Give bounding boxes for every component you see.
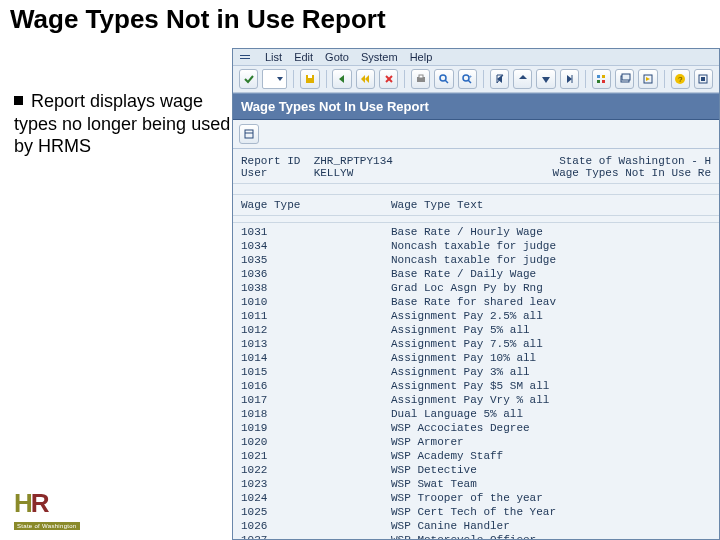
cell-wage-type: 1017 — [241, 393, 391, 407]
table-row[interactable]: 1036Base Rate / Daily Wage — [241, 267, 711, 281]
table-row[interactable]: 1022WSP Detective — [241, 463, 711, 477]
cell-wage-type-text: Base Rate / Daily Wage — [391, 267, 711, 281]
report-rows: 1031Base Rate / Hourly Wage1034Noncash t… — [233, 223, 719, 540]
menu-goto[interactable]: Goto — [325, 51, 349, 63]
logo-r: R — [31, 488, 48, 518]
customize-button[interactable] — [694, 69, 713, 89]
table-row[interactable]: 1019WSP Accociates Degree — [241, 421, 711, 435]
table-row[interactable]: 1024WSP Trooper of the year — [241, 491, 711, 505]
cell-wage-type-text: WSP Motorcycle Officer — [391, 533, 711, 540]
svg-rect-26 — [602, 80, 605, 83]
cell-wage-type: 1031 — [241, 225, 391, 239]
cell-wage-type: 1026 — [241, 519, 391, 533]
column-headers: Wage Type Wage Type Text — [233, 195, 719, 216]
cell-wage-type: 1021 — [241, 449, 391, 463]
last-page-button[interactable] — [560, 69, 579, 89]
prev-page-button[interactable] — [513, 69, 532, 89]
svg-marker-20 — [542, 77, 550, 83]
cell-wage-type-text: WSP Cert Tech of the Year — [391, 505, 711, 519]
menu-system[interactable]: System — [361, 51, 398, 63]
svg-rect-11 — [419, 75, 423, 78]
table-row[interactable]: 1027WSP Motorcycle Officer — [241, 533, 711, 540]
layout-button[interactable] — [592, 69, 611, 89]
cell-wage-type: 1023 — [241, 477, 391, 491]
svg-rect-4 — [308, 75, 312, 78]
cell-wage-type: 1020 — [241, 435, 391, 449]
menu-help[interactable]: Help — [410, 51, 433, 63]
svg-text:?: ? — [678, 75, 683, 84]
table-row[interactable]: 1021WSP Academy Staff — [241, 449, 711, 463]
table-row[interactable]: 1010Base Rate for shared leav — [241, 295, 711, 309]
menu-list[interactable]: List — [265, 51, 282, 63]
cell-wage-type: 1019 — [241, 421, 391, 435]
table-row[interactable]: 1016Assignment Pay $5 SM all — [241, 379, 711, 393]
cell-wage-type: 1013 — [241, 337, 391, 351]
shortcut-button[interactable] — [638, 69, 657, 89]
find-button[interactable] — [434, 69, 453, 89]
table-row[interactable]: 1034Noncash taxable for judge — [241, 239, 711, 253]
table-row[interactable]: 1014Assignment Pay 10% all — [241, 351, 711, 365]
save-button[interactable] — [300, 69, 319, 89]
cell-wage-type-text: WSP Armorer — [391, 435, 711, 449]
cell-wage-type: 1025 — [241, 505, 391, 519]
table-row[interactable]: 1025WSP Cert Tech of the Year — [241, 505, 711, 519]
back-button[interactable] — [332, 69, 351, 89]
cell-wage-type: 1011 — [241, 309, 391, 323]
slide-title: Wage Types Not in Use Report — [10, 4, 386, 35]
table-row[interactable]: 1031Base Rate / Hourly Wage — [241, 225, 711, 239]
cell-wage-type: 1016 — [241, 379, 391, 393]
cell-wage-type: 1018 — [241, 407, 391, 421]
cell-wage-type: 1034 — [241, 239, 391, 253]
svg-rect-25 — [597, 80, 600, 83]
command-field[interactable] — [262, 69, 287, 89]
cell-wage-type-text: Assignment Pay 2.5% all — [391, 309, 711, 323]
cell-wage-type-text: WSP Swat Team — [391, 477, 711, 491]
cell-wage-type-text: Assignment Pay $5 SM all — [391, 379, 711, 393]
cell-wage-type: 1010 — [241, 295, 391, 309]
next-page-button[interactable] — [536, 69, 555, 89]
exit-button[interactable] — [356, 69, 375, 89]
table-row[interactable]: 1023WSP Swat Team — [241, 477, 711, 491]
find-next-button[interactable]: + — [458, 69, 477, 89]
bullet-content: Report displays wage types no longer bei… — [14, 91, 230, 156]
cell-wage-type: 1038 — [241, 281, 391, 295]
table-row[interactable]: 1015Assignment Pay 3% all — [241, 365, 711, 379]
first-page-button[interactable] — [490, 69, 509, 89]
cancel-button[interactable] — [379, 69, 398, 89]
sap-window: List Edit Goto System Help — [232, 48, 720, 540]
bullet-text: Report displays wage types no longer bei… — [14, 90, 232, 158]
svg-text:+: + — [469, 73, 472, 79]
svg-marker-19 — [519, 75, 527, 79]
table-row[interactable]: 1011Assignment Pay 2.5% all — [241, 309, 711, 323]
session-button[interactable] — [615, 69, 634, 89]
print-button[interactable] — [411, 69, 430, 89]
cell-wage-type: 1027 — [241, 533, 391, 540]
cell-wage-type: 1036 — [241, 267, 391, 281]
cell-wage-type-text: Base Rate / Hourly Wage — [391, 225, 711, 239]
app-menu-icon[interactable] — [239, 51, 251, 63]
table-row[interactable]: 1013Assignment Pay 7.5% all — [241, 337, 711, 351]
cell-wage-type-text: Assignment Pay 5% all — [391, 323, 711, 337]
col-wage-type: Wage Type — [241, 199, 391, 211]
cell-wage-type: 1022 — [241, 463, 391, 477]
svg-marker-5 — [339, 75, 344, 83]
svg-rect-1 — [240, 58, 250, 59]
report-title-bar: Wage Types Not In Use Report — [233, 93, 719, 120]
cell-wage-type-text: Base Rate for shared leav — [391, 295, 711, 309]
table-row[interactable]: 1018Dual Language 5% all — [241, 407, 711, 421]
enter-button[interactable] — [239, 69, 258, 89]
svg-rect-35 — [245, 130, 253, 138]
cell-wage-type-text: Grad Loc Asgn Py by Rng — [391, 281, 711, 295]
menu-edit[interactable]: Edit — [294, 51, 313, 63]
help-button[interactable]: ? — [671, 69, 690, 89]
table-row[interactable]: 1012Assignment Pay 5% all — [241, 323, 711, 337]
app-toolbar-button[interactable] — [239, 124, 259, 144]
table-row[interactable]: 1020WSP Armorer — [241, 435, 711, 449]
cell-wage-type-text: WSP Detective — [391, 463, 711, 477]
table-row[interactable]: 1035Noncash taxable for judge — [241, 253, 711, 267]
table-row[interactable]: 1038Grad Loc Asgn Py by Rng — [241, 281, 711, 295]
table-row[interactable]: 1026WSP Canine Handler — [241, 519, 711, 533]
cell-wage-type-text: Assignment Pay 10% all — [391, 351, 711, 365]
table-row[interactable]: 1017Assignment Pay Vry % all — [241, 393, 711, 407]
svg-line-13 — [445, 80, 448, 83]
